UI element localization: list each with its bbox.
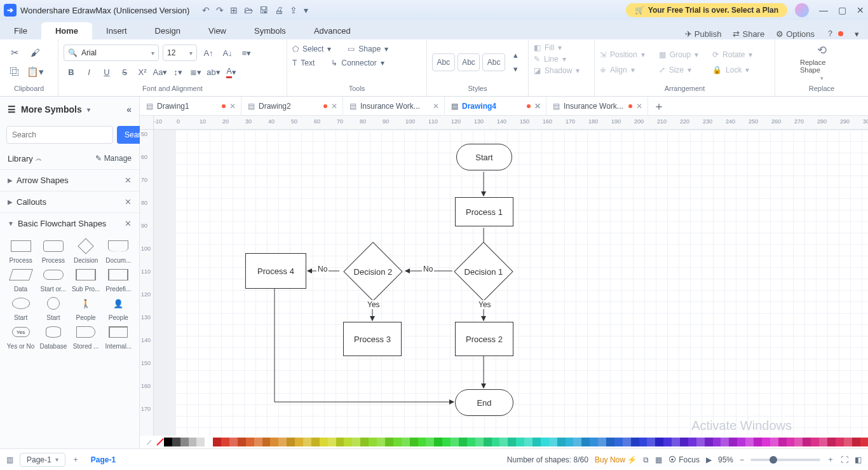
text-tool[interactable]: T Text xyxy=(292,59,315,67)
color-swatch[interactable] xyxy=(377,438,385,446)
color-swatch[interactable] xyxy=(598,438,606,446)
color-swatch[interactable] xyxy=(581,438,590,446)
align-button[interactable]: ≑ Align▾ xyxy=(600,66,645,74)
undo-icon[interactable]: ↶ xyxy=(202,5,210,15)
fit-page-icon[interactable]: ⛶ xyxy=(841,455,848,464)
color-swatch[interactable] xyxy=(434,438,442,446)
color-swatch[interactable] xyxy=(844,438,852,446)
superscript-icon[interactable]: X² xyxy=(135,65,150,79)
color-swatch[interactable] xyxy=(745,438,754,446)
share-button[interactable]: ⇄ Share xyxy=(733,29,764,39)
node-process-4[interactable]: Process 4 xyxy=(245,253,306,289)
color-swatch[interactable] xyxy=(442,438,451,446)
fill-button[interactable]: ◧ Fill ▾ xyxy=(534,43,562,52)
color-swatch[interactable] xyxy=(778,438,787,446)
color-swatch[interactable] xyxy=(172,438,180,446)
shape-yes-no[interactable]: YesYes or No xyxy=(5,324,36,350)
color-swatch[interactable] xyxy=(426,438,434,446)
redo-icon[interactable]: ↷ xyxy=(216,5,224,15)
color-swatch[interactable] xyxy=(819,438,827,446)
doc-tab[interactable]: ▤Insurance Work...✕ xyxy=(546,97,648,116)
color-swatch[interactable] xyxy=(655,438,663,446)
tab-design[interactable]: Design xyxy=(141,22,194,39)
library-label[interactable]: Library xyxy=(8,154,33,163)
zoom-slider[interactable] xyxy=(750,459,820,461)
panel-collapse-icon[interactable]: « xyxy=(126,104,132,114)
gallery-down-icon[interactable]: ▾ xyxy=(508,62,523,76)
color-swatch[interactable] xyxy=(475,438,484,446)
add-page-button[interactable]: ＋ xyxy=(72,454,79,465)
zoom-out-button[interactable]: − xyxy=(740,455,744,464)
color-swatch[interactable] xyxy=(549,438,557,446)
style-preset-2[interactable]: Abc xyxy=(458,53,480,71)
shadow-button[interactable]: ◪ Shadow ▾ xyxy=(534,66,580,75)
save-icon[interactable]: 🖫 xyxy=(259,5,268,15)
section-close-icon[interactable]: ✕ xyxy=(125,197,132,207)
color-swatch[interactable] xyxy=(303,438,311,446)
tab-advanced[interactable]: Advanced xyxy=(300,22,365,39)
section-basic-flowchart[interactable]: Basic Flowchart Shapes xyxy=(18,219,106,228)
color-swatch[interactable] xyxy=(541,438,549,446)
new-icon[interactable]: ⊞ xyxy=(230,5,238,15)
ribbon-collapse-icon[interactable]: ▾ xyxy=(855,29,859,39)
qat-more-icon[interactable]: ▾ xyxy=(304,5,308,15)
shape-terminator[interactable]: Start or... xyxy=(37,266,69,293)
tab-home[interactable]: Home xyxy=(41,22,92,39)
color-swatch[interactable] xyxy=(762,438,770,446)
paste-icon[interactable]: 📋▾ xyxy=(25,63,44,81)
color-swatch[interactable] xyxy=(557,438,566,446)
drawing-page[interactable]: Start Process 1 Decision 1 Decision 2 Pr… xyxy=(175,130,868,436)
color-swatch[interactable] xyxy=(213,438,221,446)
color-swatch[interactable] xyxy=(836,438,844,446)
section-arrow-shapes[interactable]: Arrow Shapes xyxy=(17,176,69,185)
node-end[interactable]: End xyxy=(455,389,513,416)
user-avatar[interactable] xyxy=(795,3,809,17)
gallery-up-icon[interactable]: ▴ xyxy=(508,48,523,62)
color-swatch[interactable] xyxy=(737,438,745,446)
color-swatch[interactable] xyxy=(721,438,729,446)
color-swatch[interactable] xyxy=(811,438,819,446)
shape-start-ellipse[interactable]: Start xyxy=(5,295,36,321)
color-swatch[interactable] xyxy=(672,438,680,446)
color-swatch[interactable] xyxy=(508,438,516,446)
presentation-icon[interactable]: ▦ xyxy=(655,455,662,464)
style-preset-3[interactable]: Abc xyxy=(482,53,505,71)
node-process-1[interactable]: Process 1 xyxy=(455,197,513,226)
color-swatch[interactable] xyxy=(287,438,295,446)
node-process-2[interactable]: Process 2 xyxy=(455,322,513,356)
section-close-icon[interactable]: ✕ xyxy=(125,219,132,228)
section-close-icon[interactable]: ✕ xyxy=(125,176,132,185)
color-swatch[interactable] xyxy=(262,438,271,446)
section-caret-icon[interactable]: ▼ xyxy=(8,220,14,227)
minimize-icon[interactable]: — xyxy=(819,5,828,15)
tab-symbols[interactable]: Symbols xyxy=(240,22,300,39)
shape-predefined[interactable]: Predefi... xyxy=(103,266,134,293)
zoom-in-button[interactable]: ＋ xyxy=(827,454,834,465)
color-swatch[interactable] xyxy=(320,438,328,446)
size-button[interactable]: ⤢ Size▾ xyxy=(659,66,698,74)
shape-stored-data[interactable]: Stored ... xyxy=(71,324,102,350)
color-swatch[interactable] xyxy=(180,438,189,446)
shape-internal-storage[interactable]: Internal... xyxy=(103,324,134,350)
position-button[interactable]: ⇲ Position▾ xyxy=(600,50,645,59)
color-swatch[interactable] xyxy=(451,438,459,446)
color-swatch[interactable] xyxy=(189,438,197,446)
node-decision-2[interactable]: Decision 2 xyxy=(343,242,402,301)
color-swatch[interactable] xyxy=(278,438,287,446)
shape-subprocess[interactable]: Sub Pro... xyxy=(71,266,102,293)
color-swatch[interactable] xyxy=(459,438,467,446)
font-size-combo[interactable]: 12▾ xyxy=(163,45,197,61)
color-swatch[interactable] xyxy=(524,438,532,446)
align-menu-icon[interactable]: ≡▾ xyxy=(239,46,254,60)
doc-tab[interactable]: ▤Drawing2✕ xyxy=(241,97,343,116)
play-icon[interactable]: ▶ xyxy=(706,455,712,464)
section-callouts[interactable]: Callouts xyxy=(17,197,46,207)
select-tool[interactable]: ⬠ Select ▾ xyxy=(292,45,331,53)
library-chevron-icon[interactable]: ︽ xyxy=(36,154,42,163)
color-swatch[interactable] xyxy=(352,438,360,446)
color-swatch[interactable] xyxy=(713,438,721,446)
shape-tool[interactable]: ▭ Shape ▾ xyxy=(348,45,388,53)
color-swatch[interactable] xyxy=(794,438,803,446)
color-swatch[interactable] xyxy=(827,438,836,446)
print-icon[interactable]: 🖨 xyxy=(275,5,283,15)
